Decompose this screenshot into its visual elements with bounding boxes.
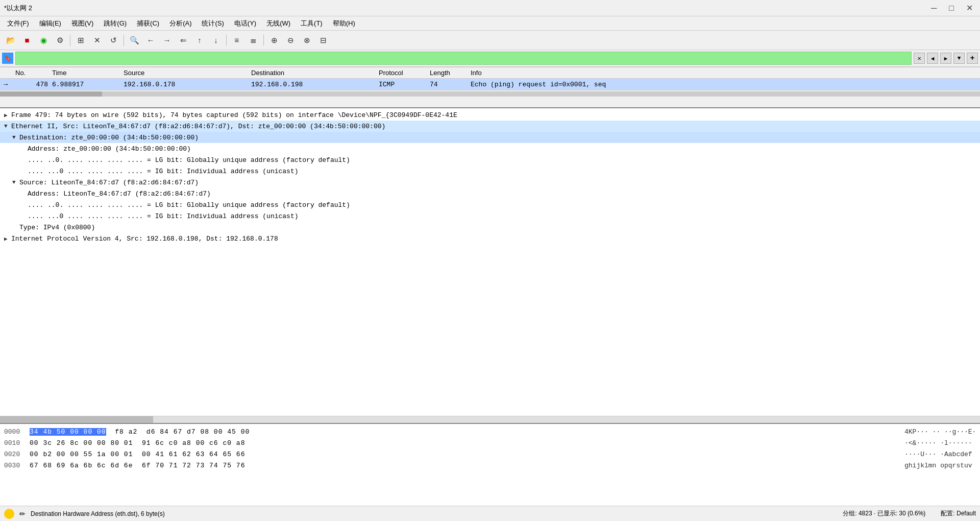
packet-protocol: ICMP bbox=[379, 81, 430, 88]
filter-add-button[interactable]: + bbox=[967, 53, 978, 64]
minimize-button[interactable]: ─ bbox=[928, 2, 940, 14]
filter-bar: 🔖 icmp ✕ ◀ ▶ ▼ + bbox=[0, 50, 980, 67]
hex-bytes: 00 b2 00 00 55 1a 00 01 00 41 61 62 63 6… bbox=[30, 451, 894, 458]
toolbar: 📂 ■ ◉ ⚙ ⊞ ✕ ↺ 🔍 ← → ⇐ ↑ ↓ ≡ ≣ ⊕ ⊖ ⊗ ⊟ bbox=[0, 31, 980, 50]
detail-text-src-ig: .... ...0 .... .... .... .... = IG bit: … bbox=[28, 212, 299, 220]
expand-icon bbox=[20, 157, 28, 163]
hex-offset: 0030 bbox=[4, 462, 30, 469]
maximize-button[interactable]: □ bbox=[946, 2, 957, 14]
hex-row-0010[interactable]: 0010 00 3c 26 8c 00 00 80 01 91 6c c0 a8… bbox=[4, 437, 976, 448]
menu-item-e[interactable]: 编辑(E) bbox=[34, 17, 66, 30]
hex-row-0020[interactable]: 0020 00 b2 00 00 55 1a 00 01 00 41 61 62… bbox=[4, 448, 976, 460]
restart-capture-button[interactable]: ◉ bbox=[36, 33, 51, 48]
detail-text-ip: Internet Protocol Version 4, Src: 192.16… bbox=[11, 235, 278, 243]
packet-no: 478 bbox=[11, 81, 52, 88]
detail-row-dst-address[interactable]: Address: zte_00:00:00 (34:4b:50:00:00:00… bbox=[0, 143, 980, 154]
coloring-button[interactable]: ≣ bbox=[246, 33, 261, 48]
detail-hscrollbar[interactable] bbox=[0, 416, 980, 423]
menu-item-a[interactable]: 分析(A) bbox=[164, 17, 197, 30]
show-packets-button[interactable]: ⊞ bbox=[73, 33, 88, 48]
expand-icon: ▶ bbox=[4, 112, 11, 119]
packet-row[interactable]: → 478 6.988917 192.168.0.178 192.168.0.1… bbox=[0, 79, 980, 90]
stop-capture-button[interactable]: ■ bbox=[19, 33, 35, 48]
detail-text-dst-address: Address: zte_00:00:00 (34:4b:50:00:00:00… bbox=[28, 145, 191, 153]
column-header-time[interactable]: Time bbox=[52, 69, 124, 77]
status-profile: 配置: Default bbox=[941, 509, 976, 518]
expand-icon bbox=[20, 191, 28, 197]
expand-icon bbox=[20, 213, 28, 219]
hscroll-thumb[interactable] bbox=[0, 91, 102, 97]
hex-row-0030[interactable]: 0030 67 68 69 6a 6b 6c 6d 6e 6f 70 71 72… bbox=[4, 460, 976, 471]
detail-text-src-address: Address: LiteonTe_84:67:d7 (f8:a2:d6:84:… bbox=[28, 190, 211, 198]
hex-ascii: ····U··· ·Aabcdef bbox=[894, 451, 976, 458]
detail-row-dst-lg[interactable]: .... ..0. .... .... .... .... = LG bit: … bbox=[0, 154, 980, 165]
detail-row-frame[interactable]: ▶ Frame 479: 74 bytes on wire (592 bits)… bbox=[0, 109, 980, 121]
goto-first-button[interactable]: ⇐ bbox=[176, 33, 191, 48]
column-header-no[interactable]: No. bbox=[11, 69, 52, 77]
toolbar-separator-2 bbox=[124, 35, 124, 46]
filter-input[interactable]: icmp bbox=[15, 52, 912, 65]
forward-button[interactable]: → bbox=[159, 33, 175, 48]
close-button[interactable]: ✕ bbox=[963, 2, 976, 14]
detail-row-src-ig[interactable]: .... ...0 .... .... .... .... = IG bit: … bbox=[0, 210, 980, 222]
detail-row-source[interactable]: ▼ Source: LiteonTe_84:67:d7 (f8:a2:d6:84… bbox=[0, 177, 980, 188]
detail-row-destination[interactable]: ▼ Destination: zte_00:00:00 (34:4b:50:00… bbox=[0, 132, 980, 143]
detail-hscroll-track[interactable] bbox=[0, 416, 980, 423]
detail-text-dst-lg: .... ..0. .... .... .... .... = LG bit: … bbox=[28, 156, 350, 164]
find-button[interactable]: 🔍 bbox=[127, 33, 142, 48]
zoom-in-button[interactable]: ⊕ bbox=[266, 33, 282, 48]
back-button[interactable]: ← bbox=[143, 33, 158, 48]
detail-text-src-lg: .... ..0. .... .... .... .... = LG bit: … bbox=[28, 201, 350, 209]
go-up-button[interactable]: ↑ bbox=[192, 33, 207, 48]
packet-list-hscrollbar[interactable] bbox=[0, 90, 980, 97]
detail-text-source: Source: LiteonTe_84:67:d7 (f8:a2:d6:84:6… bbox=[19, 179, 199, 186]
menu-item-c[interactable]: 捕获(C) bbox=[132, 17, 164, 30]
menu-item-h[interactable]: 帮助(H) bbox=[328, 17, 360, 30]
detail-hscroll-thumb[interactable] bbox=[0, 416, 153, 423]
menu-item-y[interactable]: 电话(Y) bbox=[229, 17, 261, 30]
status-indicator bbox=[4, 509, 14, 519]
detail-row-ip[interactable]: ▶ Internet Protocol Version 4, Src: 192.… bbox=[0, 233, 980, 244]
expand-icon bbox=[20, 146, 28, 152]
resize-columns-button[interactable]: ⊟ bbox=[315, 33, 331, 48]
edit-icon: ✏ bbox=[19, 510, 26, 518]
zoom-reset-button[interactable]: ⊗ bbox=[299, 33, 314, 48]
detail-text-frame: Frame 479: 74 bytes on wire (592 bits), … bbox=[11, 111, 457, 119]
menu-item-s[interactable]: 统计(S) bbox=[197, 17, 229, 30]
reload-button[interactable]: ↺ bbox=[106, 33, 121, 48]
column-header-info[interactable]: Info bbox=[471, 69, 980, 77]
filter-arrow-right-button[interactable]: ▶ bbox=[940, 53, 951, 64]
status-bar: ✏ Destination Hardware Address (eth.dst)… bbox=[0, 506, 980, 521]
hex-row-0000[interactable]: 0000 34 4b 50 00 00 00 f8 a2 d6 84 67 d7… bbox=[4, 426, 976, 437]
hscroll-track[interactable] bbox=[0, 91, 980, 97]
clear-button[interactable]: ✕ bbox=[89, 33, 105, 48]
autoscroll-button[interactable]: ≡ bbox=[229, 33, 244, 48]
detail-row-ethernet[interactable]: ▼ Ethernet II, Src: LiteonTe_84:67:d7 (f… bbox=[0, 121, 980, 132]
menu-item-t[interactable]: 工具(T) bbox=[296, 17, 328, 30]
detail-row-src-address[interactable]: Address: LiteonTe_84:67:d7 (f8:a2:d6:84:… bbox=[0, 188, 980, 199]
open-file-button[interactable]: 📂 bbox=[3, 33, 18, 48]
expand-icon: ▼ bbox=[12, 134, 19, 140]
packet-list-header: No. Time Source Destination Protocol Len… bbox=[0, 67, 980, 79]
expand-icon bbox=[20, 168, 28, 174]
go-down-button[interactable]: ↓ bbox=[208, 33, 224, 48]
detail-row-dst-ig[interactable]: .... ...0 .... .... .... .... = IG bit: … bbox=[0, 165, 980, 177]
detail-text-type: Type: IPv4 (0x0800) bbox=[19, 224, 95, 231]
detail-row-type[interactable]: Type: IPv4 (0x0800) bbox=[0, 222, 980, 233]
column-header-length[interactable]: Length bbox=[430, 69, 471, 77]
column-header-destination[interactable]: Destination bbox=[251, 69, 379, 77]
column-header-protocol[interactable]: Protocol bbox=[379, 69, 430, 77]
filter-arrow-left-button[interactable]: ◀ bbox=[927, 53, 938, 64]
menu-item-g[interactable]: 跳转(G) bbox=[99, 17, 132, 30]
hex-pane: 0000 34 4b 50 00 00 00 f8 a2 d6 84 67 d7… bbox=[0, 424, 980, 506]
filter-clear-button[interactable]: ✕ bbox=[914, 53, 925, 64]
menu-item-f[interactable]: 文件(F) bbox=[2, 17, 34, 30]
filter-dropdown-button[interactable]: ▼ bbox=[953, 53, 965, 64]
menu-item-w[interactable]: 无线(W) bbox=[261, 17, 296, 30]
capture-options-button[interactable]: ⚙ bbox=[52, 33, 67, 48]
detail-row-src-lg[interactable]: .... ..0. .... .... .... .... = LG bit: … bbox=[0, 199, 980, 210]
menu-item-v[interactable]: 视图(V) bbox=[66, 17, 99, 30]
zoom-out-button[interactable]: ⊖ bbox=[283, 33, 298, 48]
column-header-source[interactable]: Source bbox=[124, 69, 251, 77]
packet-destination: 192.168.0.198 bbox=[251, 81, 379, 88]
